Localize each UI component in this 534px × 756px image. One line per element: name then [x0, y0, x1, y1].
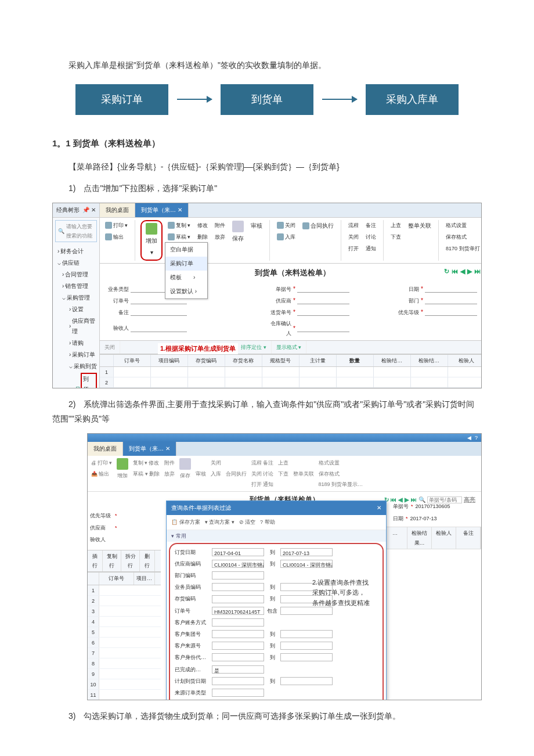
tree-request[interactable]: › 请购: [57, 337, 97, 349]
field-pos[interactable]: 仓库确认人*: [268, 319, 349, 337]
attach-button[interactable]: 附件: [213, 220, 227, 231]
exec-button[interactable]: 合同执行: [301, 220, 335, 232]
table-row[interactable]: 4: [88, 617, 161, 627]
copy-button[interactable]: 复制 ▾: [166, 220, 192, 231]
help[interactable]: ? 帮助: [260, 517, 275, 527]
filter-done[interactable]: 已完成的…是: [175, 664, 378, 675]
close-button[interactable]: 关闭: [275, 220, 297, 231]
table-row[interactable]: 12: [88, 700, 161, 701]
print-button[interactable]: 打印 ▾: [103, 220, 129, 231]
tree-finance[interactable]: › 财务会计: [57, 246, 97, 257]
copy-button[interactable]: 复制 ▾ 修改: [133, 458, 160, 467]
del-row[interactable]: 删行: [140, 550, 155, 571]
refresh-icon[interactable]: ↻: [444, 266, 449, 278]
modal-close-icon[interactable]: ✕: [377, 503, 381, 513]
table-row[interactable]: 3: [88, 606, 161, 617]
filter-pay[interactable]: 客户账务方式: [175, 617, 378, 628]
draft-button[interactable]: 草稿 ▾ 删除: [133, 469, 160, 478]
table-row[interactable]: 7: [88, 648, 161, 658]
field-supplier[interactable]: 供应商*: [268, 296, 349, 306]
tab-desktop[interactable]: 我的桌面: [100, 203, 135, 217]
field-priority[interactable]: 优先等级*: [90, 510, 161, 521]
last-icon[interactable]: ⏭: [474, 266, 481, 278]
field-date[interactable]: 日期*: [396, 284, 477, 294]
grid-close-button[interactable]: 关闭: [100, 341, 120, 354]
save-plan[interactable]: 📋 保存方案: [171, 517, 200, 527]
copy-row[interactable]: 复制行: [103, 550, 121, 571]
first-icon[interactable]: ⏮: [452, 266, 458, 278]
ins-row[interactable]: 插行: [88, 550, 103, 571]
filter-plan[interactable]: 计划到货日期到: [175, 675, 378, 687]
table-row[interactable]: 2: [88, 596, 161, 606]
notify-button[interactable]: 通知: [364, 243, 378, 254]
link-button[interactable]: 整单关联: [406, 220, 433, 232]
close-button[interactable]: 关闭: [211, 458, 221, 467]
clear[interactable]: ⊘ 清空: [239, 517, 256, 527]
table-row[interactable]: 3: [100, 388, 482, 388]
dd-po[interactable]: 采购订单: [165, 257, 207, 271]
instore-button[interactable]: 入库: [211, 469, 221, 478]
field-receiver[interactable]: 验收人: [106, 319, 187, 337]
audit-button[interactable]: 审核: [249, 220, 264, 232]
filter-group[interactable]: 客户集团号到: [175, 628, 378, 640]
tree-sales[interactable]: › 销售管理: [57, 280, 97, 292]
fmt-button[interactable]: 格式设置: [319, 458, 363, 467]
tree-order[interactable]: › 采购订单: [57, 349, 97, 361]
open-button[interactable]: 打开: [347, 243, 360, 254]
dd-blank[interactable]: 空白单据: [165, 243, 207, 257]
next-button[interactable]: 下查: [389, 232, 403, 242]
draft-button[interactable]: 草稿 ▾: [166, 232, 192, 242]
grid-display[interactable]: 显示格式 ▾: [272, 341, 307, 354]
savefmt-button[interactable]: 保存格式: [444, 232, 482, 242]
next-icon[interactable]: ▶: [467, 266, 472, 278]
tab-arrival[interactable]: 到货单（来… ✕: [123, 442, 176, 456]
tree-contract[interactable]: › 合同管理: [57, 269, 97, 280]
help-icon[interactable]: ?: [475, 433, 478, 442]
filter-closed[interactable]: 客户身份代…到: [175, 651, 378, 663]
dd-default[interactable]: 设置默认 ›: [165, 285, 207, 298]
output-button[interactable]: 📤 输出: [91, 469, 112, 478]
field-ship[interactable]: 送货单号*: [268, 307, 349, 318]
table-row[interactable]: 8: [88, 658, 161, 669]
prev-button[interactable]: 上查: [389, 220, 403, 231]
tab-arrival[interactable]: 到货单（来… ✕: [135, 203, 189, 217]
tree-arrival-group[interactable]: ⌵ 采购到货: [57, 361, 97, 372]
table-row[interactable]: 5: [88, 627, 161, 638]
query-plan[interactable]: ▾ 查询方案 ▾: [205, 517, 234, 527]
tree-supply[interactable]: ⌵ 供应链: [57, 257, 97, 269]
filter-src[interactable]: 客户来源号到: [175, 640, 378, 651]
tab-desktop[interactable]: 我的桌面: [88, 442, 123, 456]
note-button[interactable]: 备注: [364, 220, 378, 231]
table-row[interactable]: 6: [88, 638, 161, 648]
pin-icon[interactable]: 📌 ✕: [82, 205, 96, 215]
edit-button[interactable]: 修改: [196, 220, 210, 231]
fmt-button[interactable]: 格式设置: [444, 220, 482, 231]
save-button[interactable]: 保存: [179, 458, 191, 489]
add-button[interactable]: 增加 ▾: [144, 222, 159, 258]
attach-button[interactable]: 附件: [164, 458, 175, 467]
prev-icon[interactable]: ◀: [460, 266, 465, 278]
field-receiver[interactable]: 验收人: [90, 534, 161, 545]
filter-supplier[interactable]: 供应商编码CLI00104 - 深圳市锦昌…到CLI00104 - 深圳市锦昌…: [175, 558, 378, 570]
prev-button[interactable]: 上查: [278, 458, 288, 467]
output-button[interactable]: 输出: [103, 232, 129, 242]
delete-button[interactable]: 删除: [196, 232, 210, 242]
audit-button[interactable]: 审核: [196, 458, 206, 489]
save-button[interactable]: 保存: [230, 220, 246, 244]
grid-sort[interactable]: 排序定位 ▾: [236, 341, 272, 354]
table-row[interactable]: 1: [100, 367, 482, 377]
filter-date[interactable]: 订货日期2017-04-01到2017-07-13: [175, 546, 378, 558]
tree-setup[interactable]: › 设置: [57, 304, 97, 315]
discuss-button[interactable]: 讨论: [364, 232, 378, 242]
field-remark[interactable]: 备注: [106, 307, 187, 318]
print-button[interactable]: 🖨 打印 ▾: [91, 458, 112, 467]
rel-button[interactable]: 关闭: [347, 232, 360, 242]
tree-arrival[interactable]: 到货单: [57, 372, 97, 388]
split-row[interactable]: 拆分行: [121, 550, 140, 571]
link-button[interactable]: 整单关联: [293, 458, 314, 489]
discard-button[interactable]: 放弃: [213, 232, 227, 242]
back-icon[interactable]: ◀: [467, 433, 471, 442]
table-row[interactable]: 1: [88, 585, 161, 596]
exec-button[interactable]: 合同执行: [226, 458, 247, 489]
field-dept[interactable]: 部门*: [396, 296, 477, 306]
